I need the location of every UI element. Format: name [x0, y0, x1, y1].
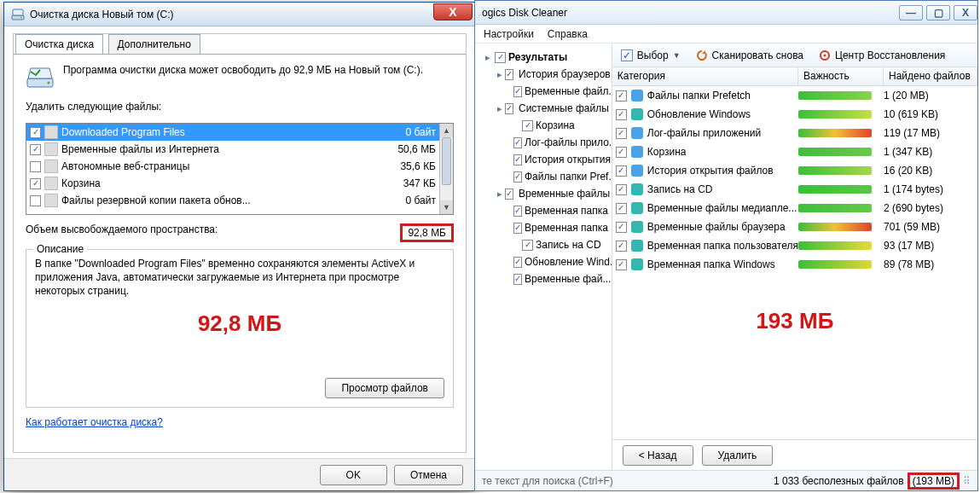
checkbox[interactable] — [30, 195, 41, 206]
scroll-thumb[interactable] — [442, 137, 451, 185]
titlebar[interactable]: Очистка диска Новый том (C:) X — [4, 3, 475, 26]
checkbox[interactable]: ✓ — [616, 147, 627, 158]
tree-node[interactable]: ✓Лог-файлы прило... — [478, 134, 608, 151]
delete-button[interactable]: Удалить — [702, 445, 774, 466]
checkbox[interactable]: ✓ — [616, 241, 627, 252]
file-row[interactable]: ✓Временные файлы из Интернета50,6 МБ — [26, 141, 453, 158]
checkbox[interactable]: ✓ — [513, 274, 522, 285]
checkbox[interactable]: ✓ — [30, 127, 41, 138]
checkbox[interactable]: ✓ — [522, 120, 533, 131]
grid-row[interactable]: ✓Файлы папки Prefetch1 (20 MB) — [612, 86, 977, 105]
tree-node[interactable]: ▸✓Системные файлы — [478, 100, 608, 117]
grid-row[interactable]: ✓Временные файлы медиапле...2 (690 bytes… — [612, 199, 977, 218]
svg-point-2 — [20, 16, 22, 18]
checkbox[interactable]: ✓ — [513, 171, 522, 183]
category-icon — [631, 127, 643, 139]
col-found[interactable]: Найдено файлов — [884, 67, 977, 85]
help-link[interactable]: Как работает очистка диска? — [26, 416, 163, 428]
tree-node[interactable]: ▸✓История браузеров — [478, 66, 608, 83]
recovery-button[interactable]: Центр Восстановления — [819, 49, 945, 61]
menu-help[interactable]: Справка — [548, 28, 588, 40]
recovery-icon — [819, 49, 831, 61]
scrollbar[interactable]: ▲ ▼ — [439, 124, 453, 214]
checkbox[interactable]: ✓ — [495, 52, 506, 63]
expand-icon[interactable]: ▸ — [484, 52, 492, 63]
tree-node[interactable]: ✓Временные файл... — [478, 83, 608, 100]
checkbox[interactable]: ✓ — [505, 69, 513, 80]
tree-node[interactable]: ✓Запись на CD — [478, 236, 608, 253]
checkbox[interactable]: ✓ — [616, 165, 627, 177]
checkbox[interactable]: ✓ — [30, 178, 41, 189]
minimize-button[interactable]: — — [899, 5, 923, 20]
titlebar[interactable]: ogics Disk Cleaner — ▢ X — [475, 1, 977, 25]
menu-settings[interactable]: Настройки — [484, 28, 534, 40]
checkbox[interactable]: ✓ — [513, 206, 522, 217]
checkbox[interactable]: ✓ — [513, 257, 522, 268]
grid-row[interactable]: ✓Лог-файлы приложений119 (17 MB) — [612, 124, 977, 142]
checkbox[interactable]: ✓ — [513, 223, 522, 234]
tab-more[interactable]: Дополнительно — [108, 34, 200, 55]
checkbox[interactable]: ✓ — [513, 86, 522, 97]
view-files-button[interactable]: Просмотр файлов — [325, 378, 444, 398]
checkbox[interactable]: ✓ — [616, 222, 627, 233]
select-menu[interactable]: ✓ Выбор ▼ — [621, 49, 681, 61]
drive-icon — [26, 63, 55, 92]
back-button[interactable]: < Назад — [623, 445, 693, 466]
tree-node[interactable]: ✓Временные фай... — [478, 270, 608, 287]
grid-row[interactable]: ✓История открытия файлов16 (20 KB) — [612, 161, 977, 180]
tree-node[interactable]: ✓Временная папка ... — [478, 219, 608, 236]
checkbox[interactable]: ✓ — [513, 137, 522, 148]
row-found: 93 (17 MB) — [884, 240, 977, 252]
scroll-up-icon[interactable]: ▲ — [440, 124, 453, 137]
checkbox[interactable]: ✓ — [505, 188, 513, 200]
checkbox[interactable]: ✓ — [522, 240, 533, 251]
grid-row[interactable]: ✓Корзина1 (347 KB) — [612, 142, 977, 161]
checkbox[interactable]: ✓ — [505, 103, 513, 114]
tree-node[interactable]: ▸✓Временные файлы — [478, 185, 608, 202]
tab-cleanup[interactable]: Очистка диска — [15, 34, 103, 55]
cancel-button[interactable]: Отмена — [394, 465, 463, 485]
file-name: Автономные веб-страницы — [61, 160, 189, 172]
resize-grip-icon[interactable]: ⠿ — [963, 475, 971, 487]
checkbox[interactable]: ✓ — [616, 203, 627, 214]
ok-button[interactable]: OK — [320, 465, 387, 485]
disk-cleanup-dialog: Очистка диска Новый том (C:) X Очистка д… — [3, 2, 476, 491]
tree-node[interactable]: ✓Обновление Wind... — [478, 253, 608, 270]
checkbox[interactable] — [30, 161, 41, 172]
importance-bar — [798, 148, 872, 156]
category-icon — [631, 146, 643, 158]
expand-icon[interactable]: ▸ — [497, 69, 502, 80]
grid-row[interactable]: ✓Обновление Windows10 (619 KB) — [612, 105, 977, 124]
grid-row[interactable]: ✓Временная папка пользователя93 (17 MB) — [612, 236, 977, 255]
checkbox[interactable]: ✓ — [616, 90, 627, 102]
tree-root[interactable]: ▸ ✓ Результаты — [478, 49, 608, 66]
file-row[interactable]: Файлы резервной копии пакета обнов...0 б… — [26, 192, 453, 209]
importance-bar — [798, 223, 872, 231]
expand-icon[interactable]: ▸ — [497, 103, 502, 114]
importance-bar — [798, 204, 872, 212]
tree-node[interactable]: ✓Временная папка ... — [478, 202, 608, 219]
grid-row[interactable]: ✓Временная папка Windows89 (78 MB) — [612, 255, 977, 274]
col-importance[interactable]: Важность — [798, 67, 884, 85]
checkbox[interactable]: ✓ — [513, 154, 522, 165]
file-row[interactable]: ✓Корзина347 КБ — [26, 175, 453, 192]
file-row[interactable]: Автономные веб-страницы35,6 КБ — [26, 158, 453, 175]
maximize-button[interactable]: ▢ — [926, 5, 950, 20]
checkbox[interactable]: ✓ — [616, 184, 627, 195]
grid-row[interactable]: ✓Запись на CD1 (174 bytes) — [612, 180, 977, 199]
tree-node[interactable]: ✓История открытия... — [478, 151, 608, 168]
close-button[interactable]: X — [433, 3, 473, 20]
col-category[interactable]: Категория — [612, 67, 798, 85]
checkbox[interactable]: ✓ — [616, 128, 627, 139]
expand-icon[interactable]: ▸ — [497, 188, 502, 200]
tree-node[interactable]: ✓Корзина — [478, 117, 608, 134]
checkbox[interactable]: ✓ — [30, 144, 41, 155]
checkbox[interactable]: ✓ — [616, 259, 627, 270]
rescan-button[interactable]: Сканировать снова — [696, 49, 803, 61]
grid-row[interactable]: ✓Временные файлы браузера701 (59 MB) — [612, 218, 977, 236]
checkbox[interactable]: ✓ — [616, 109, 627, 120]
file-row[interactable]: ✓Downloaded Program Files0 байт — [26, 124, 453, 141]
scroll-down-icon[interactable]: ▼ — [440, 200, 453, 214]
close-button[interactable]: X — [954, 5, 977, 20]
tree-node[interactable]: ✓Файлы папки Pref... — [478, 168, 608, 185]
